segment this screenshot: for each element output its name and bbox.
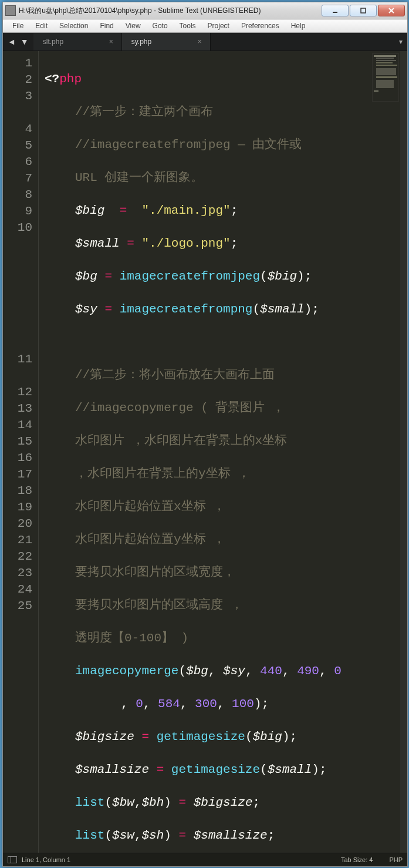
line-number: 19 (3, 499, 38, 515)
menu-edit[interactable]: Edit (29, 21, 53, 31)
code-token: 100 (232, 697, 254, 711)
code-token: imagecopymerge (75, 664, 178, 678)
code-token: $small (75, 237, 120, 250)
code-token: imagecreatefromjpeg (120, 270, 260, 283)
status-bar: Line 1, Column 1 Tab Size: 4 PHP (3, 853, 407, 866)
menu-project[interactable]: Project (202, 21, 235, 31)
title-bar[interactable]: H:\我的u盘\php\总结\20170104\php\sy.php - Sub… (3, 2, 407, 19)
line-number: 23 (3, 564, 38, 581)
line-number: 4 (3, 120, 38, 137)
menu-bar: File Edit Selection Find View Goto Tools… (3, 19, 407, 33)
code-token: ; (231, 237, 238, 250)
code-comment: //第一步：建立两个画布 (75, 105, 213, 119)
code-token: $sh (141, 829, 164, 842)
code-comment: 水印图片 ，水印图片在背景上的x坐标 (75, 434, 287, 448)
code-token: $bh (141, 796, 164, 809)
line-number: 14 (3, 416, 38, 433)
line-number: 17 (3, 466, 38, 482)
close-icon[interactable]: × (198, 38, 202, 46)
line-number: 20 (3, 515, 38, 531)
code-token: 490 (297, 664, 319, 678)
menu-preferences[interactable]: Preferences (235, 21, 285, 31)
line-number (3, 235, 38, 252)
code-comment: //第二步：将小画布放在大画布上面 (75, 368, 275, 382)
code-token: imagecreatefrompng (120, 302, 253, 316)
close-button[interactable] (378, 5, 405, 16)
code-token: $bigsize (75, 730, 134, 743)
tab-history-dropdown-icon[interactable]: ▼ (21, 37, 29, 46)
code-editor[interactable]: <?php //第一步：建立两个画布 //imagecreatefromjpeg… (39, 51, 407, 853)
code-comment: ，水印图片在背景上的y坐标 ， (75, 467, 250, 480)
svg-rect-1 (361, 8, 366, 13)
code-token: $big (75, 204, 104, 217)
code-comment: 要拷贝水印图片的区域宽度， (75, 566, 235, 579)
menu-file[interactable]: File (6, 21, 29, 31)
code-token: "./main.jpg" (141, 204, 230, 217)
line-number (3, 334, 38, 351)
line-number (3, 301, 38, 318)
code-comment: 要拷贝水印图片的区域高度 ， (75, 598, 243, 612)
tab-size-indicator[interactable]: Tab Size: 4 (341, 856, 373, 863)
code-token: 584 (158, 697, 180, 711)
vertical-scrollbar[interactable] (400, 51, 407, 853)
code-comment: //imagecopymerge ( 背景图片 ， (75, 401, 285, 415)
code-token: <? (45, 72, 59, 86)
window-buttons (322, 5, 405, 16)
menu-tools[interactable]: Tools (174, 21, 202, 31)
code-comment: 水印图片起始位置x坐标 ， (75, 500, 225, 513)
code-token: = (120, 237, 142, 250)
cursor-position[interactable]: Line 1, Column 1 (22, 856, 70, 863)
menu-selection[interactable]: Selection (53, 21, 94, 31)
code-token: $big (268, 270, 297, 283)
line-number: 9 (3, 203, 38, 219)
line-number: 5 (3, 137, 38, 153)
sidebar-toggle-icon[interactable] (8, 856, 17, 863)
code-comment: 透明度【0-100】 ) (75, 631, 188, 645)
code-comment: URL 创建一个新图象。 (75, 171, 203, 184)
code-token: list (75, 829, 104, 842)
close-icon[interactable]: × (109, 38, 113, 46)
line-number: 8 (3, 186, 38, 203)
line-number: 12 (3, 383, 38, 400)
code-token: $smallsize (75, 763, 149, 776)
line-number: 11 (3, 351, 38, 367)
line-number: 18 (3, 482, 38, 499)
code-token: 440 (260, 664, 282, 678)
line-number: 1 (3, 55, 38, 71)
line-number: 7 (3, 170, 38, 186)
tab-overflow-icon[interactable]: ▾ (399, 33, 407, 51)
line-number: 24 (3, 581, 38, 597)
code-token: $smallsize (194, 829, 268, 842)
line-number: 6 (3, 153, 38, 170)
code-token: $bg (75, 270, 97, 283)
code-token: $big (252, 730, 282, 743)
tab-nav: ◄ ▼ (3, 33, 33, 51)
syntax-indicator[interactable]: PHP (389, 856, 403, 863)
maximize-button[interactable] (350, 5, 377, 16)
line-number (3, 318, 38, 334)
code-token: "./logo.png" (141, 237, 230, 250)
menu-goto[interactable]: Goto (147, 21, 174, 31)
menu-help[interactable]: Help (285, 21, 312, 31)
code-token: = (104, 204, 141, 217)
code-token: $sw (112, 829, 134, 842)
tab-sy-php[interactable]: sy.php × (122, 33, 211, 51)
minimize-button[interactable] (322, 5, 349, 16)
menu-view[interactable]: View (120, 21, 147, 31)
app-icon (5, 5, 16, 16)
code-token: $sy (223, 664, 245, 678)
tab-history-back-icon[interactable]: ◄ (8, 37, 16, 46)
code-token: list (75, 796, 104, 809)
menu-find[interactable]: Find (94, 21, 119, 31)
minimap[interactable] (372, 53, 399, 102)
line-number-gutter[interactable]: 1 2 3 4 5 6 7 8 9 10 11 12 13 14 15 16 1… (3, 51, 39, 853)
tab-label: sy.php (131, 38, 151, 46)
line-number (3, 367, 38, 383)
code-token: ; (231, 204, 238, 217)
tab-slt-php[interactable]: slt.php × (33, 33, 122, 51)
code-token: getimagesize (157, 730, 245, 743)
tab-strip: ◄ ▼ slt.php × sy.php × ▾ (3, 33, 407, 51)
line-number: 21 (3, 531, 38, 548)
line-number: 16 (3, 449, 38, 466)
line-number: 25 (3, 597, 38, 614)
